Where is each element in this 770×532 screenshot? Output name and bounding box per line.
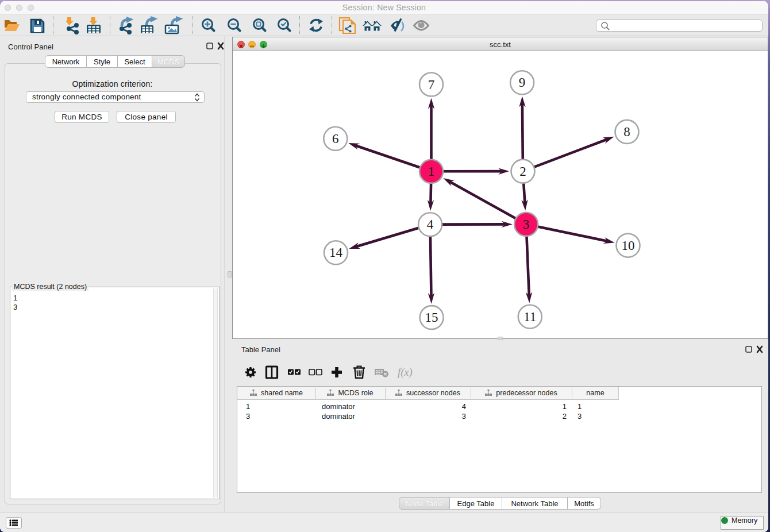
svg-text:6: 6: [332, 132, 339, 146]
svg-text:4: 4: [427, 217, 434, 232]
svg-text:7: 7: [428, 78, 435, 92]
svg-text:14: 14: [329, 245, 343, 260]
svg-text:f(x): f(x): [398, 367, 413, 379]
svg-text:8: 8: [623, 125, 630, 139]
svg-text:1: 1: [428, 164, 435, 179]
svg-text:10: 10: [622, 238, 635, 253]
svg-text:11: 11: [523, 310, 536, 324]
svg-text:9: 9: [519, 75, 526, 90]
svg-text:15: 15: [425, 310, 438, 325]
svg-text:3: 3: [523, 217, 530, 232]
svg-text:2: 2: [519, 164, 526, 179]
